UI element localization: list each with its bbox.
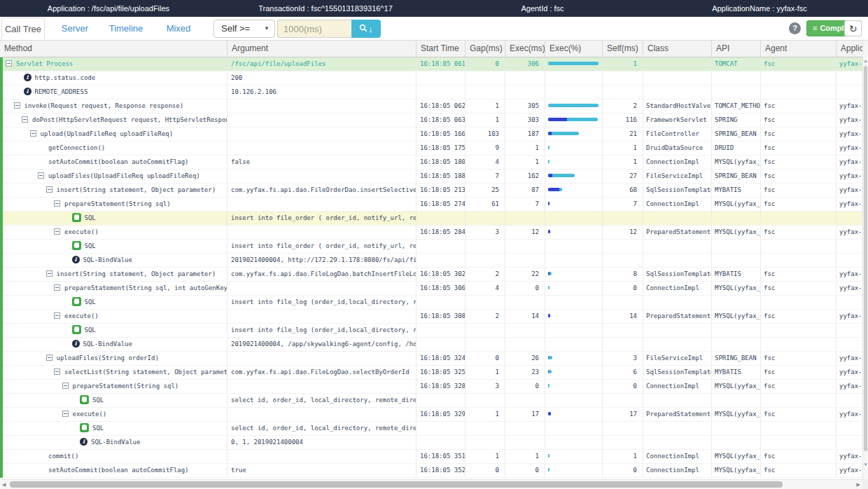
method-label: setAutoCommit(boolean autoCommitFlag) — [48, 158, 188, 165]
collapse-icon[interactable] — [46, 270, 52, 277]
argument-cell — [227, 450, 416, 463]
self-cell: 1 — [603, 450, 643, 463]
scroll-right-icon[interactable]: ▶ — [857, 480, 860, 489]
call-tree-row[interactable]: SQLinsert into file_log (order_id,local_… — [0, 324, 862, 338]
call-tree-row[interactable]: setAutoCommit(boolean autoCommitFlag)fal… — [0, 156, 862, 170]
collapse-icon[interactable] — [62, 383, 69, 389]
collapse-icon[interactable] — [54, 228, 60, 235]
method-cell: iREMOTE_ADDRESS — [0, 85, 227, 99]
tab-timeline[interactable]: Timeline — [108, 18, 144, 40]
column-header-gap: Gap(ms) — [465, 41, 505, 57]
class-cell: ConnectionImpl — [643, 156, 712, 169]
call-tree-row[interactable]: prepareStatement(String sql)16:18:05 328… — [0, 380, 862, 394]
collapse-icon[interactable] — [62, 411, 69, 417]
call-tree-row[interactable]: prepareStatement(String sql)16:18:05 274… — [0, 198, 862, 212]
collapse-icon[interactable] — [54, 284, 60, 291]
class-cell — [643, 296, 712, 309]
method-cell: insert(String statement, Object paramete… — [0, 184, 227, 197]
call-tree-row[interactable]: setAutoCommit(boolean autoCommitFlag)tru… — [0, 464, 862, 478]
start-time-cell: 16:18:05 328 — [416, 380, 465, 393]
search-button[interactable]: ↓ — [351, 20, 381, 38]
agent-cell — [761, 394, 836, 407]
exec-cell: 303 — [505, 113, 545, 127]
gap-cell: 2 — [465, 268, 505, 281]
exec-percent-cell — [545, 57, 603, 71]
tab-server-map[interactable]: Server Map — [52, 18, 98, 40]
api-cell: MYSQL(yyfax_… — [712, 198, 761, 211]
call-tree-row[interactable]: prepareStatement(String sql, int autoGen… — [0, 282, 862, 296]
call-tree-row[interactable]: iSQL-BindValue0, 1, 2019021400004 — [0, 436, 862, 450]
collapse-icon[interactable] — [38, 172, 44, 179]
exec-percent-bar — [548, 272, 552, 275]
collapse-icon[interactable] — [46, 186, 52, 193]
exec-percent-cell — [545, 394, 603, 407]
collapse-icon[interactable] — [22, 116, 28, 123]
call-tree-row[interactable]: ihttp.status.code200 — [0, 71, 862, 85]
refresh-button[interactable]: ↻ — [844, 20, 862, 36]
collapse-icon[interactable] — [14, 102, 20, 109]
call-tree-row[interactable]: selectList(String statement, Object para… — [0, 366, 862, 380]
collapse-icon[interactable] — [30, 130, 36, 137]
tab-mixed-view[interactable]: Mixed View — [155, 18, 202, 40]
exec-cell: 26 — [505, 352, 545, 365]
exec-percent-bar — [548, 174, 575, 177]
call-tree-row[interactable]: invoke(Request request, Response respons… — [0, 99, 862, 113]
call-tree-row[interactable]: upload(UploadFileReq uploadFileReq)16:18… — [0, 128, 862, 142]
call-tree-row[interactable]: doPost(HttpServletRequest request, HttpS… — [0, 113, 862, 128]
call-tree-row[interactable]: insert(String statement, Object paramete… — [0, 184, 862, 198]
method-label: SQL — [85, 326, 96, 333]
self-cell: 1 — [603, 142, 643, 155]
scroll-up-icon[interactable]: ▲ — [863, 57, 868, 64]
call-tree-row[interactable]: SQLinsert into file_order ( order_id, no… — [0, 240, 862, 254]
call-tree-row[interactable]: execute()16:18:05 30821414PreparedStatem… — [0, 310, 862, 324]
call-tree-row[interactable]: SQLselect id, order_id, local_directory,… — [0, 422, 862, 436]
call-tree-row[interactable]: iREMOTE_ADDRESS10.126.2.106 — [0, 85, 862, 99]
call-tree-row[interactable]: SQLinsert into file_order ( order_id, no… — [0, 212, 862, 226]
call-tree-row[interactable]: execute()16:18:05 32911717PreparedStatem… — [0, 408, 862, 422]
class-cell: PreparedStatement — [643, 310, 712, 323]
exec-percent-bar — [548, 160, 550, 163]
method-cell: insert(String statement, Object paramete… — [0, 268, 227, 281]
call-tree-row[interactable]: commit()16:18:05 351111ConnectionImplMYS… — [0, 450, 862, 464]
method-label: execute() — [64, 312, 99, 319]
collapse-icon[interactable] — [54, 312, 60, 319]
collapse-icon[interactable] — [46, 354, 52, 361]
call-tree-row[interactable]: uploadFiles(UploadFileReq uploadFileReq)… — [0, 170, 862, 184]
self-cell — [603, 422, 643, 435]
call-tree-row[interactable]: SQLselect id, order_id, local_directory,… — [0, 394, 862, 408]
collapse-icon[interactable] — [6, 60, 12, 67]
call-tree-row[interactable]: Servlet Process/fsc/api/file/uploadFiles… — [0, 57, 862, 71]
api-cell: MYBATIS — [712, 184, 761, 197]
call-tree-row[interactable]: getConnection()16:18:05 175911DruidDataS… — [0, 142, 862, 156]
filter-operator-select[interactable]: Self >= ▼ — [214, 20, 275, 38]
method-label: REMOTE_ADDRESS — [35, 88, 88, 95]
vertical-scrollbar-thumb[interactable] — [864, 66, 867, 451]
class-cell: ConnectionImpl — [643, 450, 712, 463]
horizontal-scrollbar[interactable]: ◀ ▶ — [0, 479, 862, 489]
method-label: setAutoCommit(boolean autoCommitFlag) — [48, 467, 188, 474]
application-cell: yyfax-fsc — [836, 310, 862, 323]
application-cell: yyfax-fsc — [836, 282, 862, 295]
self-cell: 12 — [603, 226, 643, 239]
gap-cell: 0 — [465, 352, 505, 365]
scroll-down-icon[interactable]: ▼ — [863, 461, 868, 468]
application-cell: yyfax-fsc — [836, 450, 862, 463]
call-tree-row[interactable]: iSQL-BindValue2019021400004, http://172.… — [0, 254, 862, 268]
class-cell: SqlSessionTemplate — [643, 366, 712, 379]
call-tree-row[interactable]: uploadFiles(String orderId)16:18:05 3240… — [0, 352, 862, 366]
tab-call-tree[interactable]: Call Tree — [1, 18, 45, 40]
collapse-icon[interactable] — [54, 200, 60, 207]
exec-percent-cell — [545, 352, 603, 365]
vertical-scrollbar[interactable]: ▲ ▼ — [862, 41, 868, 479]
filter-threshold-input[interactable] — [277, 20, 351, 38]
call-tree-row[interactable]: iSQL-BindValue2019021400004, /app/skywal… — [0, 338, 862, 352]
horizontal-scrollbar-thumb[interactable] — [10, 481, 783, 488]
help-icon[interactable]: ? — [789, 22, 801, 34]
call-tree-row[interactable]: execute()16:18:05 28431212PreparedStatem… — [0, 226, 862, 240]
call-tree-row[interactable]: insert(String statement, Object paramete… — [0, 268, 862, 282]
scroll-left-icon[interactable]: ◀ — [2, 480, 6, 489]
collapse-icon[interactable] — [54, 369, 60, 375]
call-tree-row[interactable]: SQLinsert into file_log (order_id,local_… — [0, 296, 862, 310]
agent-cell — [761, 436, 836, 449]
gap-cell — [465, 85, 505, 99]
